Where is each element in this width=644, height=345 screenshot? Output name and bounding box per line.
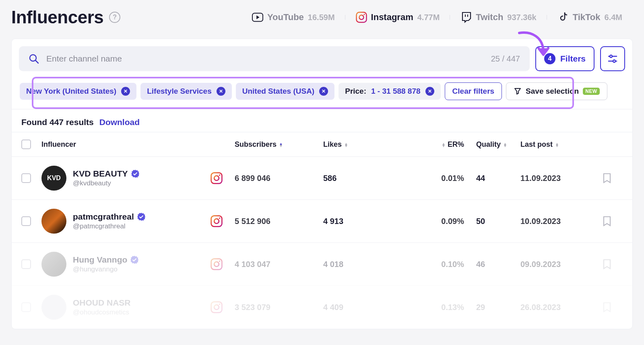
cell-likes: 4 409 (323, 303, 416, 312)
help-icon[interactable]: ? (109, 12, 120, 23)
svg-rect-5 (467, 14, 468, 17)
platform-tiktok[interactable]: TikTok 6.4M (547, 12, 633, 23)
row-checkbox[interactable] (21, 259, 31, 269)
cell-lastpost: 09.09.2023 (520, 260, 589, 269)
platform-twitch[interactable]: Twitch 937.36k (450, 12, 547, 23)
svg-rect-1 (356, 12, 366, 23)
svg-rect-21 (211, 302, 222, 313)
bookmark-icon[interactable] (603, 302, 623, 312)
instagram-icon (211, 172, 223, 184)
svg-rect-4 (465, 14, 466, 17)
avatar (41, 252, 66, 277)
col-er[interactable]: ▲▼ ER% (416, 140, 464, 149)
svg-rect-12 (211, 173, 222, 184)
platform-instagram[interactable]: Instagram 4.77M (345, 12, 450, 23)
row-checkbox[interactable] (21, 302, 31, 312)
cell-likes: 4 018 (323, 260, 416, 269)
svg-point-23 (219, 304, 220, 305)
avatar (41, 209, 66, 234)
table-row[interactable]: OHOUD NASR @ohoudcosmetics 3 523 079 4 4… (12, 286, 632, 329)
svg-point-20 (219, 261, 220, 262)
row-checkbox[interactable] (21, 173, 31, 183)
download-link[interactable]: Download (99, 117, 140, 127)
svg-point-22 (214, 305, 219, 310)
bookmark-icon[interactable] (603, 259, 623, 269)
influencer-handle[interactable]: @ohoudcosmetics (73, 308, 131, 316)
chip-remove-icon[interactable]: ✕ (425, 87, 434, 96)
influencer-name[interactable]: patmcgrathreal (73, 212, 145, 222)
col-quality[interactable]: Quality▲▼ (464, 140, 520, 149)
svg-point-17 (219, 218, 220, 219)
chip-prefix: Price: (345, 87, 366, 96)
filter-chip-location[interactable]: New York (United States) ✕ (20, 83, 136, 100)
clear-filters-button[interactable]: Clear filters (445, 82, 502, 100)
svg-point-11 (613, 60, 615, 62)
cell-lastpost: 11.09.2023 (520, 174, 589, 183)
col-influencer[interactable]: Influencer (41, 140, 235, 149)
svg-point-3 (363, 14, 365, 15)
bookmark-icon[interactable] (603, 173, 623, 183)
table-row[interactable]: KVD KVD BEAUTY @kvdbeauty 6 899 046 586 … (12, 157, 632, 200)
cell-subscribers: 3 523 079 (235, 303, 323, 312)
cell-lastpost: 26.08.2023 (520, 303, 589, 312)
results-count: Found 447 results (21, 117, 94, 127)
filters-count-badge: 4 (544, 53, 555, 64)
bookmark-icon[interactable] (603, 216, 623, 226)
cell-quality: 46 (464, 260, 520, 269)
cell-quality: 29 (464, 303, 520, 312)
influencer-handle[interactable]: @patmcgrathreal (73, 222, 145, 230)
filters-button[interactable]: 4 Filters (535, 46, 594, 71)
platform-label: Twitch (476, 12, 503, 23)
tiktok-icon (557, 12, 569, 23)
cell-er: 0.13% (416, 303, 464, 312)
cell-er: 0.01% (416, 174, 464, 183)
col-lastpost[interactable]: Last post▲▼ (520, 140, 589, 149)
new-badge: NEW (583, 88, 600, 95)
search-input[interactable] (46, 54, 484, 64)
search-count: 25 / 447 (491, 54, 520, 64)
svg-point-9 (610, 55, 612, 58)
influencer-name[interactable]: KVD BEAUTY (73, 169, 139, 179)
save-selection-label: Save selection (526, 87, 579, 96)
cell-likes: 586 (323, 174, 416, 183)
chip-remove-icon[interactable]: ✕ (319, 87, 328, 96)
sort-icon: ▲▼ (503, 143, 507, 147)
svg-point-19 (214, 262, 219, 267)
table-row[interactable]: Hung Vanngo @hungvanngo 4 103 047 4 018 … (12, 243, 632, 286)
instagram-icon (211, 301, 223, 313)
platform-count: 6.4M (605, 13, 622, 22)
verified-icon (131, 170, 139, 178)
chip-label: New York (United States) (26, 87, 116, 96)
influencer-handle[interactable]: @kvdbeauty (73, 179, 139, 187)
platform-youtube[interactable]: YouTube 16.59M (242, 12, 345, 23)
col-likes[interactable]: Likes▲▼ (323, 140, 416, 149)
row-checkbox[interactable] (21, 216, 31, 226)
table-row[interactable]: patmcgrathreal @patmcgrathreal 5 512 906… (12, 200, 632, 243)
chip-remove-icon[interactable]: ✕ (217, 87, 225, 96)
platform-label: YouTube (267, 12, 304, 23)
instagram-icon (211, 215, 223, 227)
chip-label: Lifestyle Services (147, 87, 212, 96)
svg-point-16 (214, 219, 219, 224)
cell-er: 0.10% (416, 260, 464, 269)
instagram-icon (356, 12, 367, 23)
select-all-checkbox[interactable] (21, 140, 31, 149)
platform-tabs: YouTube 16.59M Instagram 4.77M Twitch 93… (242, 12, 633, 23)
twitch-icon (460, 12, 472, 23)
search-box[interactable]: 25 / 447 (19, 46, 530, 71)
filter-chip-category[interactable]: Lifestyle Services ✕ (140, 83, 232, 100)
platform-count: 4.77M (417, 13, 440, 22)
platform-count: 16.59M (308, 13, 335, 22)
filter-chip-price[interactable]: Price: 1 - 31 588 878 ✕ (339, 83, 440, 100)
influencer-name[interactable]: OHOUD NASR (73, 298, 131, 308)
svg-line-7 (35, 60, 38, 63)
influencer-handle[interactable]: @hungvanngo (73, 265, 138, 273)
chip-value: 1 - 31 588 878 (371, 87, 421, 96)
svg-rect-18 (211, 259, 222, 270)
save-selection-button[interactable]: Save selection NEW (506, 82, 607, 100)
col-subscribers[interactable]: Subscribers▲▼ (235, 140, 323, 149)
chip-remove-icon[interactable]: ✕ (121, 87, 130, 96)
filter-chip-country[interactable]: United States (USA) ✕ (236, 83, 334, 100)
influencer-name[interactable]: Hung Vanngo (73, 255, 138, 265)
settings-button[interactable] (600, 46, 625, 71)
